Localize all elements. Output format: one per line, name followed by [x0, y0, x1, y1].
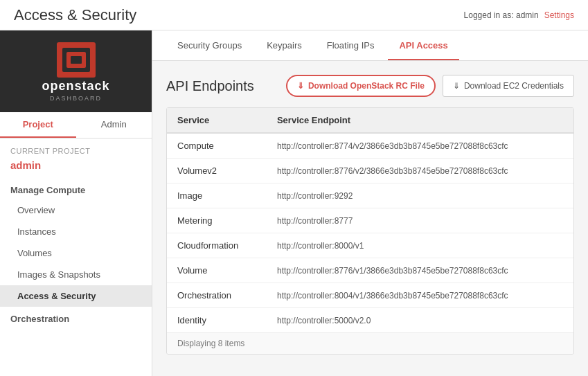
table-row: Identityhttp://controller:5000/v2.0	[167, 308, 573, 333]
table-row: Computehttp://controller:8774/v2/3866e3d…	[167, 133, 573, 159]
cell-endpoint: http://controller:8776/v1/3866e3db3b8745…	[267, 258, 573, 283]
cell-endpoint: http://controller:8777	[267, 208, 573, 233]
main-layout: openstack DASHBOARD Project Admin CURREN…	[0, 30, 588, 376]
table-row: Meteringhttp://controller:8777	[167, 208, 573, 233]
openstack-logo-icon	[55, 41, 97, 79]
cell-service: Identity	[167, 308, 267, 333]
content-area: Security Groups Keypairs Floating IPs AP…	[152, 30, 588, 376]
header-right: Logged in as: admin Settings	[464, 10, 574, 20]
sidebar-item-volumes[interactable]: Volumes	[0, 242, 152, 264]
tab-security-groups[interactable]: Security Groups	[166, 30, 253, 60]
cell-endpoint: http://controller:5000/v2.0	[267, 308, 573, 333]
settings-link[interactable]: Settings	[544, 10, 574, 20]
download-ec2-icon: ⇓	[453, 81, 460, 91]
sidebar-tab-admin[interactable]: Admin	[76, 112, 152, 138]
cell-endpoint: http://controller:9292	[267, 183, 573, 208]
panel-header: API Endpoints ⇓ Download OpenStack RC Fi…	[166, 75, 574, 97]
cell-service: Cloudformation	[167, 233, 267, 258]
table-footer: Displaying 8 items	[167, 332, 573, 354]
cell-endpoint: http://controller:8000/v1	[267, 233, 573, 258]
api-endpoints-table: Service Service Endpoint Computehttp://c…	[167, 108, 573, 332]
cell-endpoint: http://controller:8776/v2/3866e3db3b8745…	[267, 159, 573, 183]
table-row: Cloudformationhttp://controller:8000/v1	[167, 233, 573, 258]
sidebar-tabs: Project Admin	[0, 112, 152, 138]
col-service: Service	[167, 108, 267, 133]
cell-service: Volume	[167, 258, 267, 283]
table-row: Imagehttp://controller:9292	[167, 183, 573, 208]
logo-sub: DASHBOARD	[50, 95, 102, 102]
download-openstack-rc-label: Download OpenStack RC File	[308, 81, 425, 91]
table-row: Orchestrationhttp://controller:8004/v1/3…	[167, 283, 573, 308]
sidebar-item-overview[interactable]: Overview	[0, 199, 152, 221]
panel-title: API Endpoints	[166, 78, 254, 94]
table-row: Volumehttp://controller:8776/v1/3866e3db…	[167, 258, 573, 283]
sidebar: openstack DASHBOARD Project Admin CURREN…	[0, 30, 152, 376]
cell-endpoint: http://controller:8004/v1/3866e3db3b8745…	[267, 283, 573, 308]
orchestration-title: Orchestration	[0, 307, 152, 328]
download-ec2-label: Download EC2 Credentials	[464, 81, 564, 91]
sidebar-tab-project[interactable]: Project	[0, 112, 76, 138]
sidebar-logo: openstack DASHBOARD	[0, 30, 152, 112]
top-header: Access & Security Logged in as: admin Se…	[0, 0, 588, 30]
tab-keypairs[interactable]: Keypairs	[256, 30, 313, 60]
cell-service: Compute	[167, 133, 267, 159]
cell-service: Volumev2	[167, 159, 267, 183]
current-project-label: CURRENT PROJECT	[0, 138, 152, 158]
download-openstack-rc-button[interactable]: ⇓ Download OpenStack RC File	[286, 75, 436, 97]
cell-service: Image	[167, 183, 267, 208]
col-endpoint: Service Endpoint	[267, 108, 573, 133]
sidebar-item-instances[interactable]: Instances	[0, 221, 152, 242]
cell-service: Metering	[167, 208, 267, 233]
svg-rect-3	[71, 56, 82, 64]
sidebar-item-images-snapshots[interactable]: Images & Snapshots	[0, 264, 152, 285]
download-ec2-credentials-button[interactable]: ⇓ Download EC2 Credentials	[443, 75, 574, 97]
cell-endpoint: http://controller:8774/v2/3866e3db3b8745…	[267, 133, 573, 159]
download-openstack-rc-icon: ⇓	[297, 81, 304, 91]
tab-floating-ips[interactable]: Floating IPs	[316, 30, 386, 60]
cell-service: Orchestration	[167, 283, 267, 308]
logged-in-label: Logged in as: admin	[464, 10, 539, 20]
logo-text: openstack	[42, 79, 109, 93]
page-title: Access & Security	[0, 6, 136, 24]
content-tabs: Security Groups Keypairs Floating IPs AP…	[152, 30, 588, 61]
panel-buttons: ⇓ Download OpenStack RC File ⇓ Download …	[286, 75, 574, 97]
content-body: API Endpoints ⇓ Download OpenStack RC Fi…	[152, 61, 588, 368]
api-endpoints-table-container: Service Service Endpoint Computehttp://c…	[166, 107, 574, 355]
tab-api-access[interactable]: API Access	[388, 30, 458, 60]
table-row: Volumev2http://controller:8776/v2/3866e3…	[167, 159, 573, 183]
sidebar-item-access-security[interactable]: Access & Security	[0, 285, 152, 307]
current-project-name: admin	[0, 158, 152, 178]
table-header-row: Service Service Endpoint	[167, 108, 573, 133]
manage-compute-title: Manage Compute	[0, 178, 152, 199]
